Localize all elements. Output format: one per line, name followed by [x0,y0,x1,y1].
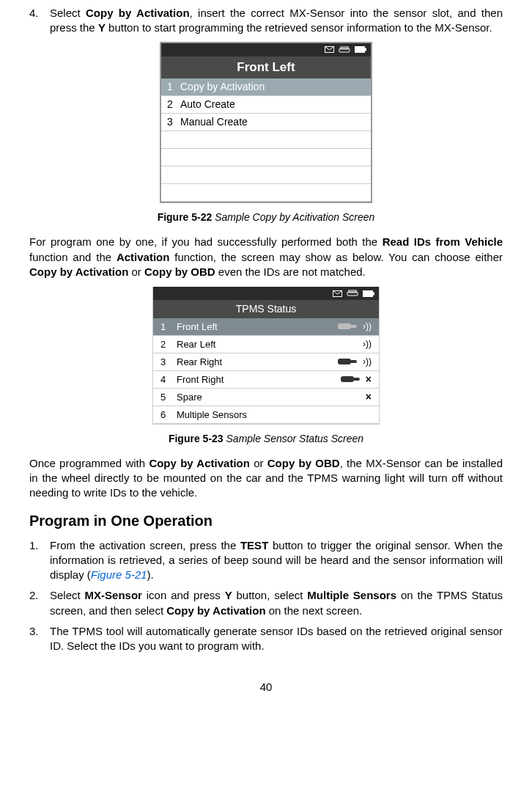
paragraph-1: For program one by one, if you had succe… [29,235,503,279]
x-icon: × [366,373,372,386]
row-icons: × [328,390,379,404]
car-icon [339,46,350,54]
battery-icon [355,46,366,53]
menu-row-empty [161,166,371,184]
status-bar [161,43,371,56]
signal-icon: ›)) [363,356,372,367]
row-label: Front Right [177,373,328,386]
step-num: 4. [29,6,50,36]
svg-rect-12 [338,359,351,364]
row-label: Rear Left [177,338,328,351]
tpms-row[interactable]: 2Rear Left›)) [153,336,379,353]
figure-caption-2: Figure 5-23 Sample Sensor Status Screen [29,432,503,446]
row-icons: ›)) [328,356,379,367]
tpms-row[interactable]: 4Front Right× [153,371,379,389]
menu-row[interactable]: 1Copy by Activation [161,78,371,96]
svg-rect-4 [365,48,366,51]
menu-row-empty [161,149,371,166]
row-num: 6 [160,408,177,422]
ordered-step-1: 1. From the activation screen, press the… [29,538,503,583]
battery-icon [363,290,374,297]
sensor-icon [338,321,358,331]
row-label: Rear Right [177,356,328,369]
row-num: 3 [167,115,180,129]
row-num: 5 [160,391,177,404]
figure-link[interactable]: Figure 5-21 [91,568,147,581]
row-icons: ›)) [328,338,379,350]
device-screenshot-1: Front Left 1Copy by Activation2Auto Crea… [160,42,372,204]
step-text: Select Copy by Activation, insert the co… [50,6,503,36]
step-text: Select MX-Sensor icon and press Y button… [50,588,503,618]
svg-rect-11 [350,325,357,328]
svg-rect-3 [355,47,365,53]
step-num: 3. [29,624,50,654]
row-label: Front Left [177,320,328,334]
paragraph-2: Once programmed with Copy by Activation … [29,456,503,501]
svg-rect-15 [353,378,360,381]
row-num: 1 [167,80,180,94]
row-num: 4 [160,373,177,386]
step-text: The TPMS tool will automatically generat… [50,624,503,654]
step-text: From the activation screen, press the TE… [50,538,503,583]
row-label: Manual Create [180,115,248,129]
row-num: 2 [167,98,180,111]
ordered-step-3: 3. The TPMS tool will automatically gene… [29,624,503,654]
row-label: Multiple Sensors [177,408,328,422]
tpms-row[interactable]: 5Spare× [153,389,379,406]
section-heading: Program in One Operation [29,511,503,531]
row-label: Auto Create [180,98,235,111]
menu-row-empty [161,131,371,149]
ordered-step-2: 2. Select MX-Sensor icon and press Y but… [29,588,503,618]
svg-rect-13 [350,360,357,363]
menu-row-empty [161,184,371,202]
row-num: 3 [160,356,177,369]
page-number: 40 [29,680,503,694]
tpms-row[interactable]: 6Multiple Sensors [153,406,379,424]
x-icon: × [366,390,372,404]
step-num: 1. [29,538,50,583]
menu-row[interactable]: 2Auto Create [161,96,371,114]
tpms-row[interactable]: 3Rear Right›)) [153,353,379,371]
status-bar [153,287,379,300]
row-label: Spare [177,391,328,404]
car-icon [347,290,358,297]
step-num: 2. [29,588,50,618]
figure-caption-1: Figure 5-22 Sample Copy by Acitivation S… [29,210,503,224]
row-icons: × [328,373,379,386]
step-4: 4. Select Copy by Activation, insert the… [29,6,503,36]
tpms-row[interactable]: 1Front Left›)) [153,318,379,336]
device-screenshot-2: TPMS Status 1Front Left›))2Rear Left›))3… [152,287,380,425]
device-title: TPMS Status [153,300,379,318]
row-num: 2 [160,338,177,351]
sensor-icon [341,374,361,384]
row-label: Copy by Activation [180,80,265,94]
signal-icon: ›)) [363,338,372,350]
svg-rect-10 [338,323,351,329]
signal-icon: ›)) [363,320,372,332]
sensor-icon [338,356,358,367]
svg-rect-8 [363,290,373,296]
row-num: 1 [160,320,177,334]
mail-icon [325,46,334,53]
menu-row[interactable]: 3Manual Create [161,114,371,131]
svg-rect-14 [341,376,354,382]
svg-rect-9 [373,292,374,295]
mail-icon [333,290,342,297]
row-icons: ›)) [328,320,379,332]
device-title: Front Left [161,56,371,79]
